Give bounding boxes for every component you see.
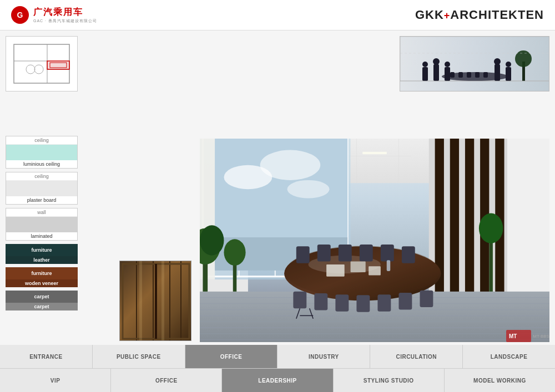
swatch-wall-label: wall (6, 208, 77, 217)
floor-plan-container (6, 36, 78, 91)
swatch-wall-laminated: wall laminated (6, 208, 78, 241)
logo-right-group: GKK+ARCHITEKTEN (415, 8, 544, 22)
svg-point-25 (506, 62, 511, 67)
logo-text-block: 广汽乘用车 GAC · 番禺汽车城建设有限公司 (33, 7, 97, 24)
svg-rect-50 (362, 152, 386, 154)
bottom-nav-row: VIPOFFICELEADERSHIPSTYLING STUDIOMODEL W… (0, 368, 555, 392)
svg-rect-87 (381, 245, 394, 261)
swatch-plaster-label: plaster board (6, 196, 77, 204)
swatch-furniture-wood: furniture woden veneer (6, 267, 78, 287)
svg-rect-88 (402, 246, 415, 263)
svg-rect-106 (326, 264, 345, 277)
nav-btn-entrance[interactable]: ENTRANCE (0, 345, 93, 368)
svg-point-61 (287, 180, 330, 198)
nav-btn-circulation[interactable]: CIRCULATION (370, 345, 463, 368)
logo-company-name: 广汽乘用车 (33, 7, 97, 18)
nav-btn-industry[interactable]: INDUSTRY (278, 345, 370, 368)
swatch-luminous-color (6, 145, 77, 160)
swatch-luminous-ceiling: ceiling luminious ceiling (6, 136, 78, 169)
swatch-ceiling2-label: ceiling (6, 172, 77, 181)
swatch-carpet-bot-label: carpet (6, 303, 78, 310)
logo-circle-icon: G (11, 6, 29, 24)
svg-rect-92 (356, 295, 370, 312)
svg-rect-18 (433, 64, 439, 81)
svg-point-103 (224, 239, 245, 266)
svg-rect-69 (507, 139, 549, 309)
svg-rect-86 (360, 245, 373, 261)
swatch-luminous-label: luminious ceiling (6, 160, 77, 168)
svg-rect-11 (450, 72, 455, 78)
swatch-leather-label: leather (6, 256, 78, 264)
svg-point-6 (26, 65, 35, 74)
logo-gkk: GKK+ARCHITEKTEN (415, 8, 544, 22)
materials-container: ceiling luminious ceiling ceiling plaste… (6, 136, 78, 312)
small-interior-photo (119, 261, 191, 341)
svg-rect-22 (495, 64, 500, 81)
interior-photo-box (119, 261, 191, 341)
watermark-text: MT·BBS (533, 334, 549, 339)
swatch-carpet: carpet carpet (6, 291, 78, 310)
svg-rect-107 (351, 262, 366, 273)
nav-btn-landscape[interactable]: LANDSCAPE (463, 345, 555, 368)
svg-rect-24 (506, 67, 511, 81)
svg-point-60 (260, 150, 321, 180)
swatch-wood-veneer-label: woden veneer (6, 279, 78, 287)
main-content: ceiling luminious ceiling ceiling plaste… (0, 30, 555, 345)
nav-btn-public-space[interactable]: PUBLIC SPACE (93, 345, 185, 368)
svg-rect-13 (467, 72, 471, 78)
svg-rect-95 (420, 291, 433, 307)
svg-point-105 (479, 213, 503, 243)
svg-point-19 (433, 58, 440, 65)
svg-point-101 (200, 225, 224, 255)
svg-rect-14 (475, 72, 480, 78)
top-nav-row: ENTRANCEPUBLIC SPACEOFFICEINDUSTRYCIRCUL… (0, 345, 555, 368)
thumbnail-image (400, 36, 549, 91)
conference-room-svg (200, 139, 549, 342)
logo-subtitle: GAC · 番禺汽车城建设有限公司 (33, 18, 97, 24)
svg-rect-65 (450, 139, 459, 309)
svg-rect-12 (458, 72, 463, 78)
floor-plan-box (6, 36, 78, 91)
swatch-laminated-label: laminated (6, 232, 77, 240)
svg-rect-93 (377, 294, 391, 311)
svg-rect-20 (445, 67, 450, 81)
swatch-wall-color (6, 217, 77, 232)
nav-btn-leadership[interactable]: LEADERSHIP (222, 369, 333, 392)
svg-point-7 (34, 65, 43, 74)
nav-btn-vip[interactable]: VIP (0, 369, 111, 392)
svg-rect-83 (296, 246, 310, 263)
svg-rect-15 (483, 72, 488, 78)
svg-rect-38 (162, 261, 164, 341)
header: G 广汽乘用车 GAC · 番禺汽车城建设有限公司 GKK+ARCHITEKTE… (0, 0, 555, 30)
thumbnail-svg (400, 37, 549, 91)
interior-photo-svg (120, 261, 191, 341)
svg-rect-89 (293, 292, 306, 308)
svg-point-17 (422, 62, 428, 67)
swatch-plaster-board: ceiling plaster board (6, 172, 78, 205)
svg-rect-64 (435, 139, 444, 309)
swatch-carpet-top-label: carpet (6, 291, 78, 303)
svg-rect-108 (369, 266, 381, 275)
svg-rect-85 (339, 245, 352, 261)
top-right-thumbnail (400, 36, 549, 91)
logo-left: G 广汽乘用车 GAC · 番禺汽车城建设有限公司 (11, 6, 97, 24)
nav-btn-office[interactable]: OFFICE (185, 345, 278, 368)
nav-btn-office2[interactable]: OFFICE (111, 369, 222, 392)
svg-rect-84 (317, 245, 331, 261)
swatch-ceiling-label: ceiling (6, 136, 77, 145)
svg-point-27 (515, 50, 532, 67)
watermark: MT MT·BBS (506, 330, 549, 342)
floor-plan-svg (8, 39, 75, 89)
svg-rect-4 (47, 61, 69, 69)
nav-btn-styling-studio[interactable]: STYLING STUDIO (334, 369, 445, 392)
nav-btn-model-working[interactable]: MODEL WORKING (445, 369, 555, 392)
footer-navigation: ENTRANCEPUBLIC SPACEOFFICEINDUSTRYCIRCUL… (0, 345, 555, 392)
main-conference-image (200, 139, 549, 342)
swatch-furniture-label: furniture (6, 244, 78, 256)
svg-rect-94 (398, 293, 412, 309)
svg-rect-91 (335, 294, 349, 311)
svg-rect-37 (139, 261, 142, 341)
svg-point-23 (494, 58, 501, 65)
svg-point-21 (445, 62, 450, 67)
swatch-plaster-color (6, 181, 77, 196)
